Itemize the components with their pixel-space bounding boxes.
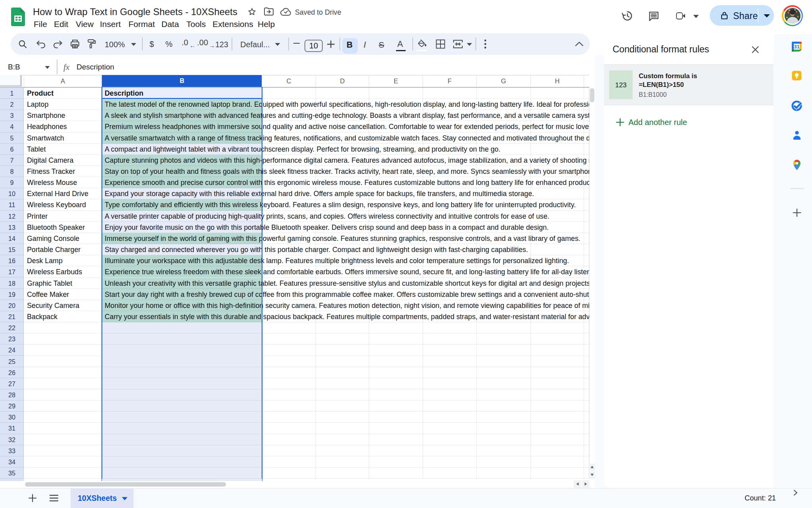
- svg-text:31: 31: [794, 44, 799, 50]
